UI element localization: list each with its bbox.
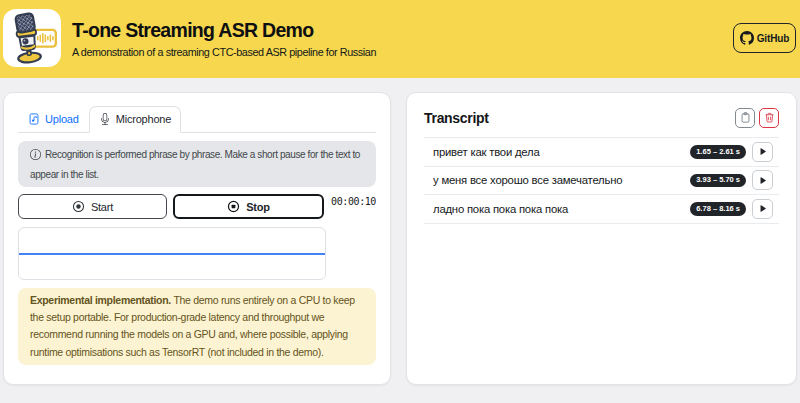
microphone-logo-icon — [5, 11, 59, 65]
start-button[interactable]: Start — [18, 194, 167, 219]
info-icon — [30, 148, 41, 166]
recording-timer: 00:00:10 — [330, 194, 376, 219]
experimental-warning: Experimental implementation. The demo ru… — [18, 288, 376, 365]
app: T-one Streaming ASR Demo A demonstration… — [0, 0, 800, 403]
recorder-controls: Start Stop 00:00:10 — [18, 194, 376, 219]
play-icon — [758, 147, 767, 156]
transcript-row: привет как твои дела 1.65 – 2.61 s — [424, 138, 779, 167]
github-button-label: GitHub — [757, 33, 790, 44]
play-icon — [758, 176, 767, 185]
clipboard-icon — [740, 112, 751, 123]
clear-button[interactable] — [759, 108, 779, 128]
microphone-icon — [99, 113, 111, 125]
waveform-line — [19, 253, 325, 255]
header-titles: T-one Streaming ASR Demo A demonstration… — [72, 20, 376, 58]
info-note-text: Recognition is performed phrase by phras… — [30, 149, 360, 180]
header: T-one Streaming ASR Demo A demonstration… — [0, 0, 800, 78]
transcript-row: ладно пока пока пока пока 6.78 – 8.16 s — [424, 195, 779, 224]
transcript-text: ладно пока пока пока пока — [433, 203, 684, 215]
record-icon — [72, 200, 85, 213]
github-icon — [740, 31, 754, 45]
play-button[interactable] — [752, 142, 773, 162]
start-button-label: Start — [91, 201, 113, 213]
time-badge: 1.65 – 2.61 s — [690, 145, 746, 159]
transcript-header: Transcript — [424, 107, 779, 128]
info-note: Recognition is performed phrase by phras… — [18, 141, 376, 187]
transcript-card: Transcript — [406, 92, 797, 385]
time-badge: 3.93 – 5.70 s — [690, 174, 746, 188]
app-logo — [3, 9, 61, 67]
tab-upload[interactable]: Upload — [18, 106, 89, 133]
trash-icon — [764, 112, 775, 123]
tab-microphone-label: Microphone — [116, 113, 171, 125]
transcript-text: привет как твои дела — [433, 146, 684, 158]
play-icon — [758, 204, 767, 213]
file-music-icon — [28, 113, 40, 125]
copy-button[interactable] — [735, 108, 755, 128]
stop-icon — [227, 200, 240, 213]
page-subtitle: A demonstration of a streaming CTC-based… — [72, 46, 376, 58]
recorder-card: Upload Microphone Recognition is perform… — [3, 92, 391, 385]
tab-upload-label: Upload — [45, 113, 79, 125]
github-button[interactable]: GitHub — [733, 23, 796, 53]
stop-button-label: Stop — [246, 201, 270, 213]
transcript-title: Transcript — [424, 110, 489, 126]
transcript-actions — [735, 108, 779, 128]
stop-button[interactable]: Stop — [173, 194, 324, 219]
play-button[interactable] — [752, 170, 773, 190]
transcript-text: у меня все хорошо все замечательно — [433, 174, 684, 186]
time-badge: 6.78 – 8.16 s — [690, 202, 746, 216]
waveform-display — [18, 227, 326, 280]
tabs: Upload Microphone — [18, 106, 376, 133]
experimental-warning-title: Experimental implementation. — [30, 294, 171, 306]
transcript-row: у меня все хорошо все замечательно 3.93 … — [424, 167, 779, 196]
page-title: T-one Streaming ASR Demo — [72, 20, 376, 41]
play-button[interactable] — [752, 199, 773, 219]
transcript-list: привет как твои дела 1.65 – 2.61 s у мен… — [424, 137, 779, 224]
tab-microphone[interactable]: Microphone — [89, 106, 181, 133]
